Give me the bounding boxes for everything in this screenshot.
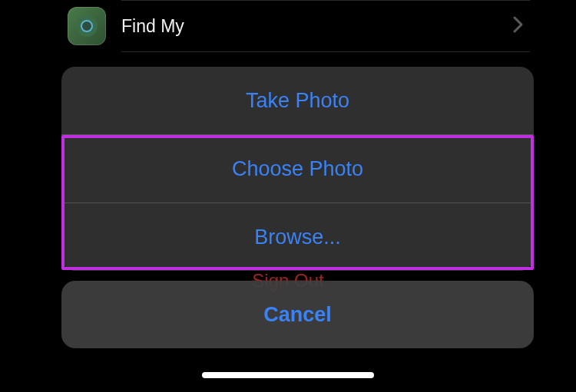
cancel-button[interactable]: Cancel xyxy=(61,281,534,348)
option-label: Browse... xyxy=(254,226,341,249)
settings-row-label: Find My xyxy=(121,16,184,37)
option-label: Take Photo xyxy=(246,89,349,113)
divider xyxy=(121,51,530,52)
option-browse[interactable]: Browse... xyxy=(61,203,534,271)
findmy-icon xyxy=(68,7,106,45)
option-choose-photo[interactable]: Choose Photo xyxy=(61,135,534,203)
option-label: Choose Photo xyxy=(232,157,363,181)
divider xyxy=(121,0,530,1)
settings-list-background: Find My xyxy=(0,0,576,52)
cancel-label: Cancel xyxy=(263,303,332,327)
home-indicator[interactable] xyxy=(202,372,374,378)
action-sheet-options: Take Photo Choose Photo Browse... xyxy=(61,67,534,271)
option-take-photo[interactable]: Take Photo xyxy=(61,67,534,134)
action-sheet: Take Photo Choose Photo Browse... Cancel xyxy=(61,67,534,348)
chevron-right-icon xyxy=(513,15,524,38)
settings-row-findmy: Find My xyxy=(0,0,576,52)
